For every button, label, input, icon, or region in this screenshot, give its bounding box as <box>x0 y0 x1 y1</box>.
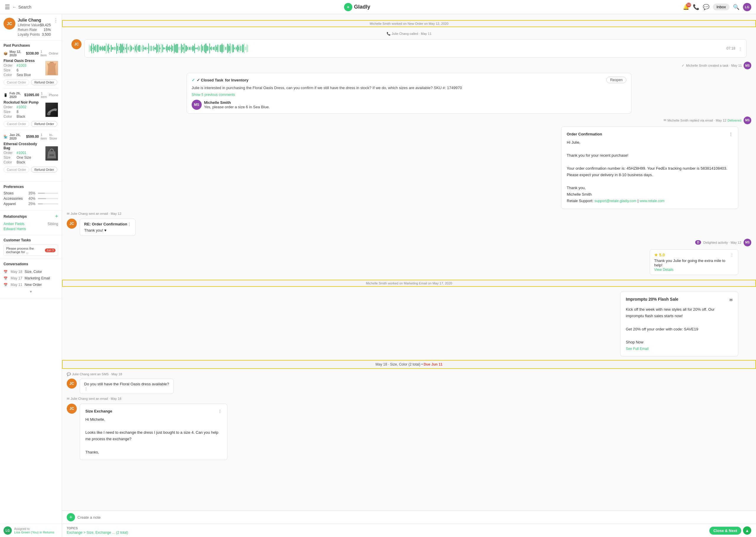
email-icon-2: ✉ <box>67 397 69 401</box>
search-icon-button[interactable]: 🔍 <box>733 4 739 10</box>
return-rate: 15% <box>44 28 51 32</box>
more-options-button[interactable]: ⋮ <box>54 18 58 23</box>
conversation-3[interactable]: 📅 May 11 New Order <box>4 281 58 288</box>
delighted-options-icon[interactable]: ⋮ <box>730 253 734 257</box>
notification-badge: 50 <box>686 3 691 7</box>
delighted-row: ★ 5.0 ⋮ Thank you Julie for going the ex… <box>62 248 756 276</box>
past-purchases-section: Past Purchases 📦 May 12, 2020 $338.00 1 … <box>0 40 62 182</box>
email-thanks: Thank you for your recent purchase! <box>567 152 733 159</box>
email-close-icon[interactable]: ✉ <box>730 297 733 303</box>
product-image-2 <box>45 103 58 117</box>
size-exchange-email: Size Exchange ⋮ Hi Michelle, Looks like … <box>80 404 227 460</box>
phone-button[interactable]: 📞 <box>693 4 699 10</box>
delivered-badge: Delivered <box>728 119 741 122</box>
conversation-1[interactable]: 📅 May 18 Size, Color <box>4 268 58 275</box>
cancel-order-btn-1[interactable]: Cancel Order <box>4 79 29 85</box>
view-details-link[interactable]: View Details <box>654 268 674 272</box>
add-note-button[interactable]: + <box>67 513 75 521</box>
hamburger-menu[interactable]: ☰ <box>5 4 10 11</box>
purchase-order-1: 📦 May 12, 2020 $338.00 1 item Online Flo… <box>4 50 58 89</box>
past-purchases-title: Past Purchases <box>4 43 30 48</box>
closed-task-prefix: ✓ Closed Task <box>197 78 223 82</box>
refund-order-btn-1[interactable]: Refund Order <box>31 79 57 85</box>
relationship-name-1[interactable]: Amber Fields <box>4 222 24 226</box>
chat-panel: Michelle Smith worked on New Order on Ma… <box>62 14 756 537</box>
app-logo: + Gladly <box>344 3 370 11</box>
email-icon-julie: ✉ <box>67 212 69 216</box>
marketing-email: Impromptu 20% Flash Sale ✉ Kick off the … <box>620 292 738 356</box>
product-name-3: Ethereal Crossbody Bag <box>4 142 43 150</box>
relationship-name-2[interactable]: Edward Harris <box>4 227 26 231</box>
refund-order-btn-3[interactable]: Refund Order <box>31 167 57 173</box>
reply-bubble: RE: Order Confirmation ⋮ Thank you! ♥ <box>80 219 136 236</box>
user-avatar[interactable]: LG <box>743 3 751 11</box>
order-conf-title: Order Confirmation <box>567 131 602 138</box>
search-label: Search <box>18 5 31 10</box>
inbox-button[interactable]: Inbox <box>713 4 730 10</box>
cancel-order-btn-3[interactable]: Cancel Order <box>4 167 29 173</box>
pref-shoes: Shoes 35% <box>4 191 58 195</box>
email-confirmation-body: Your order confirmation number is: 45HZ8… <box>567 165 733 178</box>
size-exchange-body: Looks like I need to exchange the dress … <box>85 429 222 442</box>
divider-marketing-email: Michelle Smith worked on Marketing Email… <box>62 280 756 287</box>
michelle-avatar-email: MS <box>744 116 751 124</box>
conversation-2[interactable]: 📅 May 17 Marketing Email <box>4 275 58 281</box>
conversations-chevron[interactable]: ▾ <box>4 288 58 295</box>
sms-row: JC Do you still have the Floral Oasis dr… <box>62 377 756 395</box>
chevron-up-button[interactable]: ▲ <box>743 526 751 535</box>
see-full-email-link[interactable]: See Full Email <box>626 347 648 351</box>
task-due-badge: Jun 3 <box>45 248 56 252</box>
sms-bubble: Do you still have the Floral Oasis dress… <box>80 379 174 394</box>
julie-avatar-reply: JC <box>67 219 77 229</box>
reopen-button[interactable]: Reopen <box>606 77 626 83</box>
product-image-1 <box>45 61 58 75</box>
product-image-3 <box>45 146 58 161</box>
email-greeting: Hi Julie, <box>567 139 733 146</box>
reply-options-icon[interactable]: ⋮ <box>127 222 131 226</box>
product-name-2: Rockstud Noir Pump <box>4 100 43 104</box>
sms-options-icon[interactable]: ⋮ <box>84 386 88 391</box>
top-navigation: ☰ ← Search + Gladly 🔔 50 📞 💬 Inbox 🔍 LG <box>0 0 756 14</box>
cancel-order-btn-2[interactable]: Cancel Order <box>4 121 29 127</box>
notifications-button[interactable]: 🔔 50 <box>683 4 689 10</box>
order-link-3[interactable]: #1001 <box>17 151 26 155</box>
sms-icon: 💬 <box>67 372 71 376</box>
size-exchange-greeting: Hi Michelle, <box>85 416 222 423</box>
purchase-order-2: 📱 Feb 26, 2020 $1095.00 1 item Phone Roc… <box>4 92 58 130</box>
audio-options-icon[interactable]: ⋮ <box>738 46 742 51</box>
calendar-icon-1: 📅 <box>4 270 8 274</box>
julie-avatar-audio: JC <box>71 39 81 49</box>
add-relationship-button[interactable]: + <box>55 213 58 220</box>
refund-order-btn-2[interactable]: Refund Order <box>31 121 57 127</box>
task-text: Please process the exchange for ... <box>6 247 44 254</box>
task-created-meta: ✓ Michelle Smith created a task · May 11… <box>62 60 756 71</box>
relationship-type-1: Sibling <box>48 222 58 226</box>
show-comments-link[interactable]: Show 5 previous comments <box>192 93 627 97</box>
preferences-title: Preferences <box>4 185 24 189</box>
note-input[interactable] <box>77 515 751 519</box>
delighted-text: Thank you Julie for going the extra mile… <box>654 259 734 267</box>
return-rate-label: Return Rate <box>18 28 37 32</box>
logo-icon: + <box>344 3 352 11</box>
audio-time: 07:18 <box>727 46 735 51</box>
close-next-button[interactable]: Close & Next <box>709 527 741 535</box>
check-icon: ✓ <box>192 78 195 82</box>
date-divider-may18: May 18 · Size, Color (2 total) • Due Jun… <box>62 360 756 369</box>
assigned-agent: Lisa Green (You) in Returns <box>14 530 54 534</box>
order-link-1[interactable]: #1003 <box>17 63 26 67</box>
exchange-options-icon[interactable]: ⋮ <box>218 408 222 415</box>
calendar-icon-3: 📅 <box>4 283 8 287</box>
website-link[interactable]: www.retale.com <box>640 199 665 203</box>
order-link-2[interactable]: #1002 <box>17 105 26 109</box>
email-sent-meta: ✉ Michelle Smith replied via email · May… <box>62 115 756 125</box>
star-rating: ★ 5.0 <box>654 253 665 257</box>
task-item[interactable]: Please process the exchange for ... Jun … <box>4 245 58 256</box>
purchase-order-3: 🏪 Jan 26, 2020 $599.00 1 item In-Store E… <box>4 133 58 176</box>
purchase-date-3: 🏪 Jan 26, 2020 $599.00 1 item In-Store <box>4 133 58 140</box>
search-button[interactable]: ← Search <box>12 5 31 10</box>
support-email-link[interactable]: support@retale.gladly.com <box>595 199 637 203</box>
messages-button[interactable]: 💬 <box>703 4 709 10</box>
email-options-icon[interactable]: ⋮ <box>729 131 733 138</box>
logo-text: Gladly <box>354 4 370 10</box>
topics-value[interactable]: Exchange > Size, Exchange ... (2 total) <box>67 530 128 535</box>
